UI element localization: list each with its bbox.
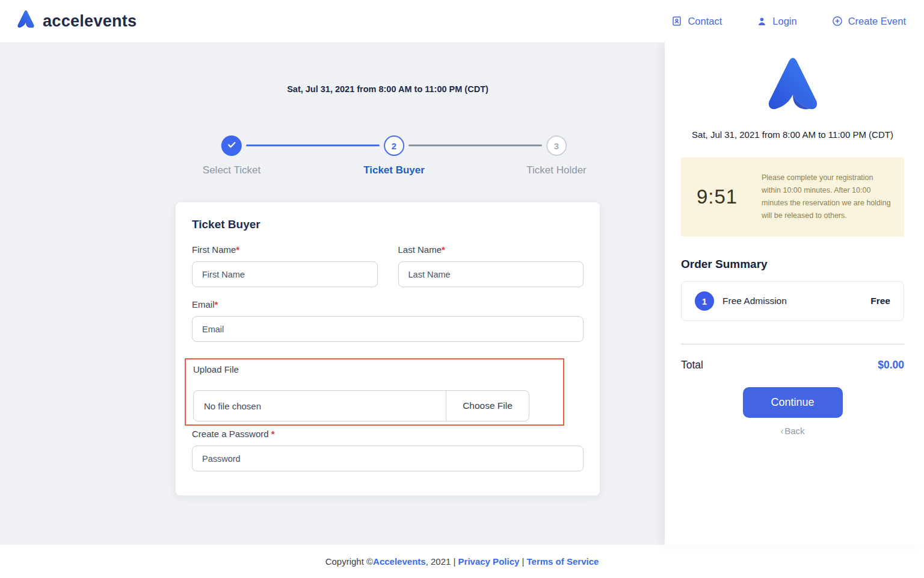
step-ticket-buyer-label: Ticket Buyer [363,164,425,176]
checkmark-icon [227,140,237,152]
stepper-connector-complete [246,144,380,146]
required-asterisk: * [236,244,239,255]
step-select-ticket-label: Select Ticket [203,164,260,176]
step-ticket-buyer[interactable]: 2 Ticket Buyer [363,129,425,176]
quantity-badge: 1 [695,291,714,311]
login-link[interactable]: Login [757,16,796,27]
upload-file-label: Upload File [193,364,563,374]
total-label: Total [681,359,703,371]
total-row: Total $0.00 [681,359,904,371]
accelevents-logo-icon [15,9,37,33]
footer-year: , 2021 | [426,556,458,567]
person-icon [757,16,767,26]
step-select-ticket[interactable]: Select Ticket [203,129,260,176]
first-name-field[interactable] [192,261,378,287]
chevron-left-icon: ‹ [780,426,783,436]
required-asterisk: * [271,429,275,439]
contact-card-icon [671,16,682,26]
continue-button[interactable]: Continue [743,387,843,418]
last-name-label: Last Name* [398,244,584,255]
step-ticket-holder[interactable]: 3 Ticket Holder [526,129,587,176]
login-label: Login [772,16,796,27]
footer-brand-link[interactable]: Accelevents [373,556,426,567]
timer-message: Please complete your registration within… [748,172,893,222]
email-field[interactable] [192,316,584,342]
ticket-name: Free Admission [722,296,870,306]
order-item-row: 1 Free Admission Free [681,281,904,321]
form-title: Ticket Buyer [192,218,584,231]
main-area: Sat, Jul 31, 2021 from 8:00 AM to 11:00 … [0,42,665,545]
top-header: accelevents Contact Login [0,0,924,42]
required-asterisk: * [442,244,445,255]
header-nav: Contact Login Create Event [671,16,907,27]
required-asterisk: * [215,299,218,309]
step-upcoming-circle: 3 [546,135,567,156]
terms-of-service-link[interactable]: Terms of Service [527,556,599,567]
first-name-label: First Name* [192,244,378,255]
order-summary-title: Order Summary [681,258,904,271]
event-logo [681,54,904,118]
choose-file-button[interactable]: Choose File [446,391,529,421]
create-event-link[interactable]: Create Event [832,16,906,27]
email-label: Email* [192,299,584,309]
order-sidebar: Sat, Jul 31, 2021 from 8:00 AM to 11:00 … [665,42,924,545]
password-field[interactable] [192,446,584,471]
step-complete-circle [221,135,242,156]
reservation-timer-notice: 9:51 Please complete your registration w… [681,157,904,237]
footer-separator: | [519,556,526,567]
stepper-connector-upcoming [408,144,542,146]
privacy-policy-link[interactable]: Privacy Policy [458,556,520,567]
create-event-label: Create Event [848,16,906,27]
total-value: $0.00 [878,359,904,371]
upload-file-highlight-box: Upload File No file chosen Choose File [185,358,564,426]
file-status-text: No file chosen [194,391,446,421]
last-name-field[interactable] [398,261,584,287]
back-label: Back [784,426,804,436]
event-date-text: Sat, Jul 31, 2021 from 8:00 AM to 11:00 … [176,84,600,94]
page-footer: Copyright ©Accelevents, 2021 | Privacy P… [0,545,924,578]
step-ticket-holder-label: Ticket Holder [526,164,587,176]
summary-divider [681,344,904,344]
sidebar-event-date: Sat, Jul 31, 2021 from 8:00 AM to 11:00 … [681,129,904,140]
contact-label: Contact [688,16,722,27]
checkout-stepper: Select Ticket 2 Ticket Buyer 3 Ticket Ho… [176,129,600,189]
brand-name: accelevents [43,12,137,31]
contact-link[interactable]: Contact [671,16,722,27]
step-active-circle: 2 [384,135,404,156]
file-upload-input[interactable]: No file chosen Choose File [193,390,529,421]
plus-circle-icon [832,16,843,26]
copyright-text: Copyright © [325,556,373,567]
password-label: Create a Password * [192,429,584,439]
back-link[interactable]: ‹Back [681,426,904,436]
ticket-buyer-form-card: Ticket Buyer First Name* Last Name* Emai… [176,202,600,496]
countdown-timer: 9:51 [697,185,748,208]
brand-logo[interactable]: accelevents [15,9,137,33]
ticket-price: Free [870,296,890,306]
